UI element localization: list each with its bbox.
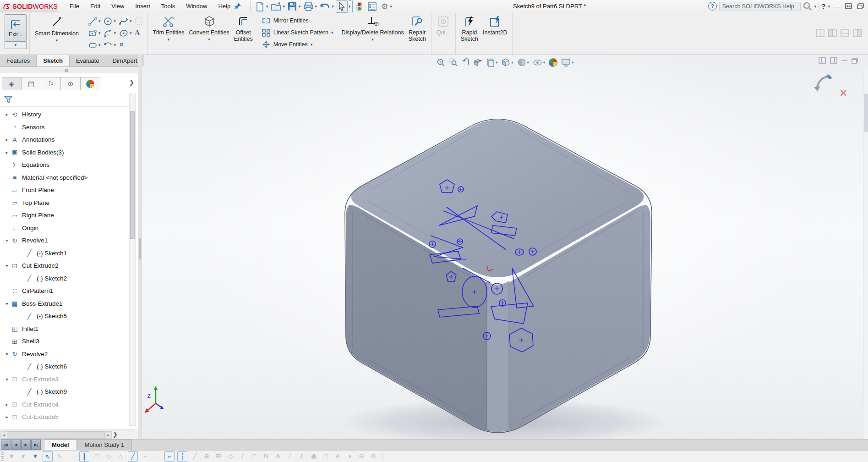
tree-expand-arrow[interactable]: ▸ bbox=[4, 150, 10, 155]
filter-funnel-icon[interactable] bbox=[4, 95, 13, 104]
tree-item[interactable]: ▱ Right Plane bbox=[0, 209, 130, 222]
tree-item[interactable]: ◔ Sensors bbox=[0, 121, 130, 134]
selection-filter-icon[interactable]: ∠ bbox=[297, 451, 306, 461]
selection-filter-icon[interactable]: A bbox=[333, 451, 342, 461]
three-point-arc-dropdown[interactable]: ▾ bbox=[114, 43, 116, 47]
selection-filter-icon[interactable]: □ bbox=[321, 451, 330, 461]
menu-item[interactable]: Tools bbox=[156, 0, 180, 12]
splitter-dot[interactable] bbox=[65, 69, 68, 72]
rapid-sketch-button[interactable]: RapidSketch bbox=[459, 14, 480, 55]
sketch-picture-tool[interactable] bbox=[133, 16, 144, 26]
view-orientation-dropdown[interactable]: ▾ bbox=[511, 60, 513, 65]
selection-filter-icon[interactable]: ⇖ bbox=[55, 451, 65, 461]
menu-item[interactable]: Window bbox=[180, 0, 213, 12]
move-entities-dropdown[interactable]: ▾ bbox=[311, 42, 313, 47]
undo-dropdown[interactable]: ▾ bbox=[331, 4, 336, 9]
exit-sketch-corner-icon[interactable] bbox=[812, 73, 833, 94]
splitter-grab-handle[interactable] bbox=[139, 238, 141, 259]
tree-expand-arrow[interactable]: ▾ bbox=[4, 263, 10, 268]
restore-doc-icon[interactable] bbox=[852, 58, 858, 64]
rectangle-tool[interactable]: ▾ bbox=[87, 28, 102, 38]
exit-sketch-dropdown[interactable]: ▾ bbox=[5, 42, 27, 49]
menu-item[interactable]: Insert bbox=[130, 0, 156, 12]
spline-tool[interactable]: ▾ bbox=[118, 16, 133, 26]
display-pane-1-icon[interactable] bbox=[816, 29, 824, 37]
search-input[interactable] bbox=[721, 3, 798, 10]
tree-item[interactable]: ╱ (-) Sketch6 bbox=[0, 360, 130, 373]
hscroll-thumb[interactable] bbox=[7, 431, 105, 439]
new-dropdown[interactable]: ▾ bbox=[265, 4, 270, 9]
section-view-icon[interactable] bbox=[473, 58, 483, 67]
selection-filter-icon[interactable]: ⊕ bbox=[202, 451, 211, 461]
viewport-scrollbar[interactable] bbox=[863, 68, 868, 439]
arc-dropdown[interactable]: ▾ bbox=[114, 31, 116, 35]
tree-expand-arrow[interactable]: ▸ bbox=[4, 137, 10, 142]
convert-dropdown[interactable]: ▾ bbox=[208, 37, 210, 42]
hide-show-dropdown[interactable]: ▾ bbox=[543, 60, 545, 65]
offset-entities-button[interactable]: OffsetEntities bbox=[232, 14, 255, 55]
pane-left-icon[interactable] bbox=[819, 57, 826, 64]
tree-item[interactable]: ▾ ↻ Revolve2 bbox=[0, 348, 130, 361]
cascade-windows-icon[interactable] bbox=[856, 3, 865, 9]
options-gear-icon[interactable]: ⚙ bbox=[380, 1, 389, 12]
dynamic-annotation-dropdown[interactable]: ▾ bbox=[496, 60, 497, 65]
display-pane-3-icon[interactable] bbox=[841, 29, 849, 37]
display-pane-chevron-icon[interactable]: ❯ bbox=[129, 79, 134, 86]
display-delete-relations-button[interactable]: Display/Delete Relations ▾ bbox=[339, 14, 406, 55]
new-button[interactable] bbox=[255, 1, 265, 12]
edit-appearance-icon[interactable] bbox=[548, 58, 558, 67]
cancel-sketch-icon[interactable]: × bbox=[840, 87, 847, 99]
help-dropdown[interactable]: ▾ bbox=[828, 4, 830, 9]
tree-item[interactable]: ◰ Fillet1 bbox=[0, 323, 130, 336]
toolbar-grip[interactable] bbox=[1, 452, 4, 461]
tree-item[interactable]: ⊞ Shell3 bbox=[0, 335, 130, 348]
hide-show-items-icon[interactable]: ▾ bbox=[532, 58, 546, 67]
print-button[interactable] bbox=[303, 1, 314, 12]
commandmanager-tab[interactable]: Evaluate bbox=[70, 55, 106, 66]
featuremanager-tab-icon[interactable]: ◈ bbox=[2, 77, 22, 90]
graphics-area[interactable]: Z ▾ ▾ ▾ ▾ bbox=[142, 55, 868, 439]
selection-filter-icon[interactable]: ∕ bbox=[285, 451, 295, 461]
scroll-left-icon[interactable]: ◂ bbox=[0, 431, 7, 439]
tree-expand-arrow[interactable]: ▾ bbox=[4, 238, 10, 243]
print-dropdown[interactable]: ▾ bbox=[314, 4, 319, 9]
select-button[interactable] bbox=[336, 0, 348, 13]
tree-item[interactable]: ∷ CirPattern1 bbox=[0, 285, 130, 297]
displaymanager-tab-icon[interactable] bbox=[81, 77, 100, 90]
ellipse-tool[interactable]: ▾ bbox=[118, 28, 133, 38]
selection-filter-icon[interactable]: ⇖ bbox=[43, 451, 53, 462]
help-button[interactable]: ? bbox=[821, 2, 825, 10]
tree-horizontal-scrollbar[interactable]: ◂ ▸ ❯ bbox=[0, 429, 138, 439]
pin-icon[interactable] bbox=[234, 2, 242, 10]
rectangle-dropdown[interactable]: ▾ bbox=[98, 31, 101, 35]
ellipse-dropdown[interactable]: ▾ bbox=[130, 31, 132, 35]
minimize-doc-icon[interactable]: — bbox=[841, 58, 847, 63]
display-style-icon[interactable]: ▾ bbox=[517, 57, 530, 67]
selection-filter-icon[interactable]: ╱ bbox=[190, 451, 199, 461]
tree-item[interactable]: ▸ A Annotations bbox=[0, 133, 130, 146]
tree-item[interactable]: ∟ Origin bbox=[0, 222, 130, 235]
exit-sketch-button[interactable]: Exit .. bbox=[5, 14, 27, 42]
circle-dropdown[interactable]: ▾ bbox=[114, 19, 116, 23]
tree-item[interactable]: Σ Equations bbox=[0, 159, 130, 171]
circle-tool[interactable]: ▾ bbox=[102, 16, 117, 26]
tree-item[interactable]: ▸ ▣ Solid Bodies(3) bbox=[0, 146, 130, 159]
view-settings-icon[interactable]: ▾ bbox=[561, 58, 574, 67]
slot-dropdown[interactable]: ▾ bbox=[98, 43, 101, 47]
tab-scroll-button[interactable]: ▶ bbox=[21, 440, 31, 450]
instant2d-button[interactable]: Instant2D bbox=[480, 14, 510, 55]
tree-item[interactable]: ▾ ⊡ Cut-Extrude3 bbox=[0, 373, 130, 386]
move-entities-button[interactable]: Move Entities ▾ bbox=[261, 38, 333, 50]
options-dropdown[interactable]: ▾ bbox=[389, 4, 394, 9]
selection-filter-icon[interactable]: ◇ bbox=[226, 451, 235, 461]
mirror-entities-button[interactable]: Mirror Entities bbox=[261, 15, 333, 27]
relations-dropdown[interactable]: ▾ bbox=[371, 37, 374, 42]
menu-item[interactable]: View bbox=[106, 0, 130, 12]
tree-item[interactable]: ▾ ⊡ Cut-Extrude2 bbox=[0, 259, 130, 272]
commandmanager-tab[interactable]: Sketch bbox=[37, 55, 70, 66]
repair-sketch-button[interactable]: RepairSketch bbox=[406, 14, 428, 55]
selection-filter-icon[interactable]: ▼ bbox=[19, 451, 28, 461]
trim-entities-button[interactable]: Trim Entities ▾ bbox=[150, 14, 186, 55]
tree-item[interactable]: ╱ (-) Sketch1 bbox=[0, 247, 130, 260]
selection-filter-icon[interactable]: ▼ bbox=[7, 451, 16, 461]
